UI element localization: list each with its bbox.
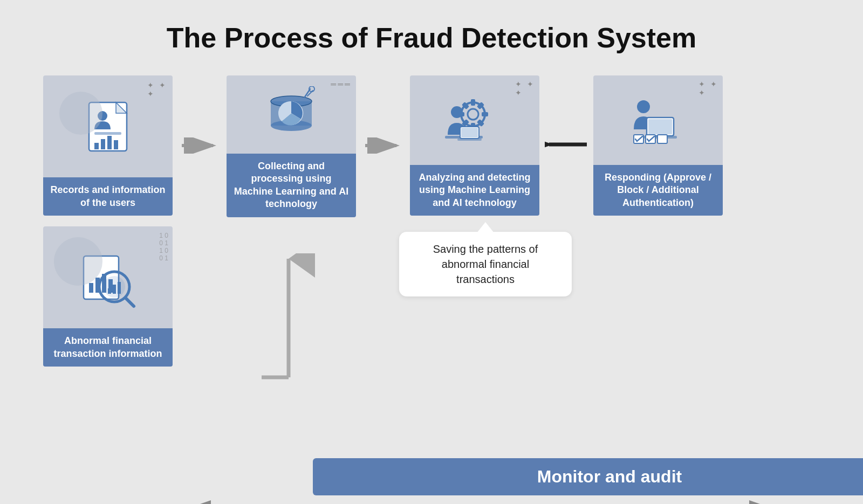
up-arrow-row: [43, 372, 820, 377]
bidirectional-arrow-svg: [186, 499, 774, 504]
svg-rect-54: [657, 135, 667, 143]
circle-decoration2: [54, 237, 102, 286]
svg-rect-45: [457, 139, 482, 141]
user-records-box: ✦ ✦✦: [43, 75, 173, 216]
svg-rect-7: [114, 140, 118, 149]
svg-point-41: [451, 106, 463, 118]
svg-rect-33: [471, 99, 475, 106]
svg-rect-4: [94, 143, 99, 149]
binary-decoration: 1 00 11 00 1: [159, 232, 168, 262]
svg-rect-5: [101, 139, 105, 149]
respond-label: Responding (Approve / Block / Additional…: [593, 165, 723, 216]
collect-icon: [259, 86, 324, 148]
svg-rect-50: [648, 119, 672, 134]
svg-line-15: [126, 298, 134, 306]
collect-label: Collecting and processing using Machine …: [227, 154, 356, 217]
arrow-respond-to-analyze: [545, 136, 588, 155]
analyze-icon: [440, 92, 510, 154]
arrow-up-container: [283, 217, 299, 228]
svg-rect-18: [118, 282, 121, 294]
saving-callout: Saving the patterns of abnormal financia…: [399, 232, 572, 296]
svg-rect-9: [89, 283, 93, 293]
up-arrow-stub: [283, 217, 299, 228]
user-records-label: Records and information of the users: [43, 177, 173, 216]
collect-box: ═══: [227, 75, 356, 217]
circle-decoration: [59, 92, 102, 135]
abnormal-label: Abnormal financial transaction informati…: [43, 328, 173, 367]
svg-rect-35: [482, 112, 488, 116]
arrow-to-collect: [178, 137, 221, 154]
analyze-label: Analyzing and detecting using Machine Le…: [410, 165, 539, 216]
analyze-dots: ✦ ✦✦: [515, 80, 535, 97]
svg-point-48: [637, 100, 650, 113]
monitor-section: Monitor and audit: [43, 458, 820, 504]
svg-point-32: [468, 109, 478, 120]
saving-callout-wrapper: Saving the patterns of abnormal financia…: [378, 221, 561, 296]
up-arrow-svg: [256, 253, 321, 383]
monitor-bar: Monitor and audit: [313, 458, 863, 495]
svg-rect-17: [113, 285, 116, 294]
dots-decoration: ✦ ✦✦: [147, 81, 167, 98]
svg-rect-3: [94, 132, 121, 135]
abnormal-box: 1 00 11 00 1: [43, 226, 173, 367]
page-title: The Process of Fraud Detection System: [167, 22, 697, 54]
arrow-to-analyze: [361, 137, 405, 154]
respond-box: ✦ ✦✦: [593, 75, 723, 216]
analyze-box: ✦ ✦✦: [410, 75, 539, 216]
svg-rect-44: [461, 128, 478, 137]
svg-rect-16: [108, 288, 111, 294]
svg-rect-6: [107, 136, 112, 149]
respond-dots: ✦ ✦✦: [698, 80, 718, 97]
collect-dots: ═══: [331, 80, 352, 88]
respond-icon: [623, 92, 693, 154]
respond-box-wrapper: ✦ ✦✦: [593, 75, 723, 216]
bidirectional-arrow: [183, 499, 777, 504]
